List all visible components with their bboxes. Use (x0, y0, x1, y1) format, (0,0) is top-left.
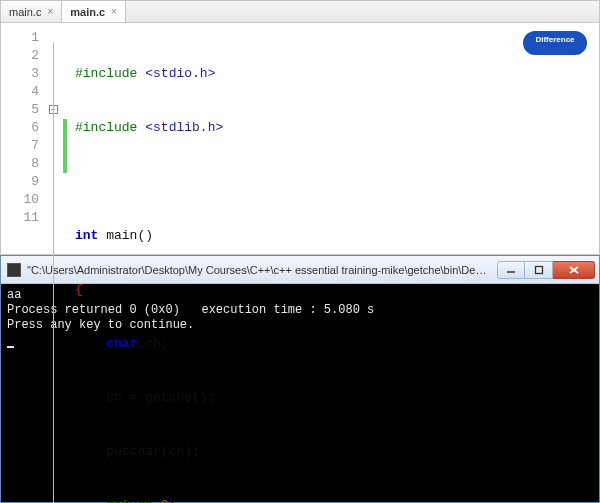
keyword-int: int (75, 228, 98, 243)
line-number: 1 (1, 29, 39, 47)
line-number: 10 (1, 191, 39, 209)
line-number: 3 (1, 65, 39, 83)
line-number: 6 (1, 119, 39, 137)
tab-main-c-1[interactable]: main.c × (1, 1, 62, 22)
line-number-gutter: 1 2 3 4 5 6 7 8 9 10 11 (1, 29, 49, 503)
line-number: 8 (1, 155, 39, 173)
number-literal: 0 (161, 498, 169, 503)
tab-label: main.c (70, 6, 105, 18)
line-number: 7 (1, 137, 39, 155)
keyword-return: return (106, 498, 153, 503)
line-number: 11 (1, 209, 39, 227)
close-icon[interactable]: × (47, 6, 53, 17)
code-content[interactable]: #include <stdio.h> #include <stdlib.h> i… (67, 29, 223, 503)
tab-label: main.c (9, 6, 41, 18)
identifier: main (106, 228, 137, 243)
code-text: ch; (137, 336, 168, 351)
code-text: putchar(ch); (106, 444, 200, 459)
header-literal: <stdio.h> (145, 66, 215, 81)
preprocessor: #include (75, 120, 137, 135)
line-number: 5 (1, 101, 39, 119)
header-literal: <stdlib.h> (145, 120, 223, 135)
brace-open: { (75, 282, 83, 297)
editor-tabs: main.c × main.c × (1, 1, 599, 23)
line-number: 4 (1, 83, 39, 101)
line-number: 2 (1, 47, 39, 65)
keyword-char: char (106, 336, 137, 351)
close-icon[interactable]: × (111, 6, 117, 17)
code-area[interactable]: 1 2 3 4 5 6 7 8 9 10 11 − #include <stdi… (1, 23, 599, 503)
semicolon: ; (169, 498, 177, 503)
preprocessor: #include (75, 66, 137, 81)
code-text: ch = getche(); (106, 390, 215, 405)
parens: () (137, 228, 153, 243)
fold-column: − (49, 29, 63, 503)
code-editor: main.c × main.c × Difference Between.com… (0, 0, 600, 255)
tab-main-c-2[interactable]: main.c × (62, 1, 126, 22)
line-number: 9 (1, 173, 39, 191)
